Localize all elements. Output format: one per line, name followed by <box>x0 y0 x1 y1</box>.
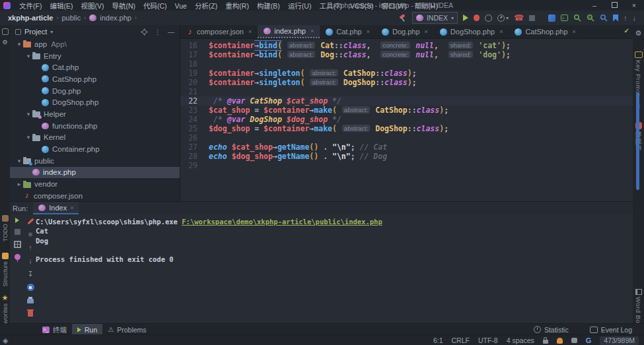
prev-trace-icon[interactable]: ↑ <box>28 244 32 251</box>
run-console-output[interactable]: C:\Users\syfxl\scoop\shims\php.exe F:\wo… <box>36 217 382 264</box>
tree-chevron-icon[interactable]: ▾ <box>15 158 23 164</box>
tree-item-Dog.php[interactable]: Dog.php <box>10 85 180 97</box>
translate-search-icon[interactable] <box>587 14 594 22</box>
code-editor[interactable]: 16$container→bind( abstract: Cat::class,… <box>180 39 633 201</box>
tree-item-composer.json[interactable]: ♪composer.json <box>10 190 180 201</box>
search-blue-icon[interactable] <box>600 14 608 22</box>
line-number[interactable]: 18 <box>180 59 197 69</box>
close-icon[interactable]: × <box>499 28 503 35</box>
code-line-19[interactable]: 19$container→singleton( abstract: CatSho… <box>180 69 633 78</box>
memory-indicator[interactable]: 473/989M <box>600 336 639 345</box>
project-stripe-icon[interactable] <box>0 28 10 35</box>
code-line-21[interactable]: 21 <box>180 87 633 96</box>
tool-window-button-Problems[interactable]: ⚠Problems <box>102 324 151 335</box>
print-icon[interactable] <box>27 299 34 303</box>
maximize-button[interactable] <box>604 2 624 9</box>
close-icon[interactable]: × <box>367 28 370 35</box>
soft-wrap-icon[interactable]: ≡ <box>28 231 32 238</box>
status-item[interactable]: UTF-8 <box>478 336 498 344</box>
tool-window-switcher-icon[interactable]: ◈ <box>3 337 8 344</box>
line-number[interactable]: 29 <box>180 161 197 170</box>
line-number[interactable]: 23 <box>180 106 197 115</box>
clear-console-icon[interactable] <box>28 311 33 317</box>
navigate-down-icon[interactable]: ↓ <box>633 15 637 22</box>
line-number[interactable]: 16 <box>180 41 197 50</box>
google-translate-icon[interactable]: G <box>586 337 592 344</box>
tree-item-Entry[interactable]: ▾Entry <box>10 50 180 62</box>
line-number[interactable]: 21 <box>180 87 197 96</box>
code-line-20[interactable]: 20$container→singleton( abstract: DogSho… <box>180 78 633 87</box>
terminal-plugin-icon[interactable]: >_ <box>561 15 568 21</box>
tree-chevron-icon[interactable]: ▾ <box>24 134 32 141</box>
listen-debug-connections-button[interactable]: ☎ <box>514 14 524 22</box>
code-line-22[interactable]: 22 /* @var CatShop $cat_shop */ <box>180 96 633 106</box>
tree-chevron-icon[interactable]: ▸ <box>15 181 23 187</box>
code-line-26[interactable]: 26 <box>180 133 633 142</box>
menu-item[interactable]: 导航(N) <box>108 2 139 10</box>
code-line-17[interactable]: 17$container→bind( abstract: Dog::class,… <box>180 50 633 59</box>
line-number[interactable]: 28 <box>180 152 197 161</box>
menu-item[interactable]: 构建(B) <box>253 2 284 10</box>
close-button[interactable]: × <box>624 2 644 9</box>
notifications-icon[interactable] <box>557 338 563 344</box>
console-file-link[interactable]: F:\workspace\demo\xkphp-article\public\i… <box>182 218 382 226</box>
profiler-button[interactable]: ▾ <box>497 15 509 22</box>
tree-item-DogShop.php[interactable]: DogShop.php <box>10 96 180 108</box>
plugin-app-icon[interactable] <box>548 15 555 22</box>
menu-item[interactable]: 重构(R) <box>221 2 253 10</box>
tool-window-todo[interactable]: TODO <box>0 215 10 241</box>
tool-window-button-Event Log[interactable]: Event Log <box>585 326 637 334</box>
tree-item-Container.php[interactable]: Container.php <box>10 143 180 155</box>
menu-item[interactable]: 运行(U) <box>284 2 316 10</box>
menu-item[interactable]: 视图(V) <box>77 2 108 10</box>
close-icon[interactable]: × <box>248 28 252 35</box>
run-tab-index[interactable]: Index × <box>33 202 79 214</box>
tree-chevron-icon[interactable]: ▾ <box>15 41 23 47</box>
tree-item-Cat.php[interactable]: Cat.php <box>10 61 180 73</box>
options-menu-icon[interactable]: ⋮ <box>155 28 161 36</box>
rerun-button[interactable] <box>15 218 19 223</box>
project-panel-title[interactable]: Project <box>24 28 47 36</box>
close-icon[interactable]: × <box>70 204 73 211</box>
tree-item-public[interactable]: ▾public <box>10 155 180 167</box>
code-line-25[interactable]: 25$dog_shop = $container→make( abstract:… <box>180 124 633 133</box>
close-icon[interactable]: × <box>425 28 428 35</box>
build-hammer-icon[interactable] <box>399 14 407 22</box>
editor-tab-CatShop.php[interactable]: CatShop.php× <box>509 25 581 38</box>
search-green-icon[interactable] <box>573 14 581 22</box>
readonly-lock-icon[interactable] <box>543 340 548 344</box>
tree-item-CatShop.php[interactable]: CatShop.php <box>10 73 180 85</box>
tree-chevron-icon[interactable]: ▾ <box>24 53 32 59</box>
line-number[interactable]: 24 <box>180 115 197 124</box>
close-icon[interactable]: × <box>310 28 314 34</box>
navigate-up-icon[interactable]: ↑ <box>624 15 627 22</box>
tool-window-button-Run[interactable]: Run <box>72 324 102 335</box>
editor-tab-DogShop.php[interactable]: DogShop.php× <box>434 25 509 38</box>
run-configuration-selector[interactable]: INDEX ▾ <box>412 12 458 24</box>
run-button[interactable] <box>463 15 468 21</box>
menu-item[interactable]: Vue <box>171 2 191 10</box>
tree-chevron-icon[interactable]: ▾ <box>24 111 32 117</box>
locate-file-icon[interactable] <box>141 28 148 36</box>
code-line-16[interactable]: 16$container→bind( abstract: Cat::class,… <box>180 41 633 50</box>
code-line-23[interactable]: 23$cat_shop = $container→make( abstract:… <box>180 106 633 115</box>
editor-tab-Dog.php[interactable]: Dog.php× <box>376 25 434 38</box>
inspection-ok-icon[interactable]: ✓ <box>624 27 629 34</box>
line-number[interactable]: 19 <box>180 69 197 78</box>
tool-window-structure[interactable]: Structure <box>0 253 10 287</box>
breadcrumb-item[interactable]: xkphp-article <box>8 14 53 22</box>
tree-item-functions.php[interactable]: functions.php <box>10 120 180 132</box>
editor-tab-Cat.php[interactable]: Cat.php× <box>320 25 376 38</box>
line-number[interactable]: 22 <box>180 96 197 106</box>
line-number[interactable]: 25 <box>180 124 197 133</box>
tree-item-Helper[interactable]: ▾Helper <box>10 108 180 120</box>
line-number[interactable]: 20 <box>180 78 197 87</box>
menu-item[interactable]: 编辑(E) <box>46 2 77 10</box>
status-item[interactable]: 6:1 <box>433 336 443 344</box>
menu-item[interactable]: 代码(C) <box>139 2 171 10</box>
scroll-to-end-icon[interactable]: ↧ <box>27 270 33 278</box>
code-line-24[interactable]: 24 /* @var DogShop $dog_shop */ <box>180 115 633 124</box>
editor-scrollbar-thumb[interactable] <box>636 92 639 190</box>
tree-item-index.php[interactable]: index.php <box>10 167 180 179</box>
line-number[interactable]: 27 <box>180 142 197 152</box>
